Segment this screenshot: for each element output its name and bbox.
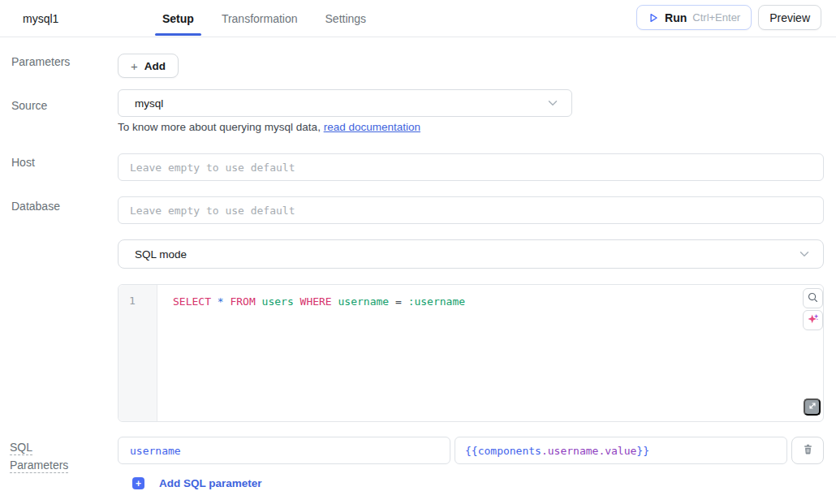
label-host: Host: [11, 156, 35, 169]
editor-gutter: 1: [119, 285, 157, 421]
add-sql-parameter-label: Add SQL parameter: [159, 477, 262, 489]
label-sql-parameters-line1: SQL: [10, 441, 32, 454]
label-source: Source: [11, 99, 47, 112]
source-help-prefix: To know more about querying mysql data,: [118, 121, 324, 133]
sql-token-operator: =: [395, 295, 408, 308]
source-selected-value: mysql: [135, 97, 163, 110]
run-button[interactable]: Run Ctrl+Enter: [636, 5, 752, 30]
sql-token-keyword: SELECT: [173, 295, 218, 308]
sql-code-line[interactable]: SELECT * FROM users WHERE username = :us…: [173, 295, 465, 309]
plus-icon: +: [132, 477, 144, 489]
editor-ai-sparkle-button[interactable]: [803, 310, 823, 330]
play-icon: [648, 12, 659, 24]
sql-token-identifier: :username: [408, 295, 465, 308]
read-documentation-link[interactable]: read documentation: [324, 121, 420, 133]
sql-token-identifier: users: [262, 295, 300, 308]
expand-icon: [808, 401, 817, 413]
delete-parameter-button[interactable]: [791, 437, 824, 464]
add-parameter-button[interactable]: + Add: [118, 54, 179, 78]
sql-mode-selected-value: SQL mode: [135, 248, 187, 261]
sql-token-keyword: FROM: [230, 295, 261, 308]
header: mysql1 Setup Transformation Settings Run…: [0, 0, 836, 37]
sql-token-star: *: [218, 295, 231, 308]
run-shortcut: Ctrl+Enter: [692, 11, 740, 24]
line-number: 1: [129, 295, 136, 307]
run-label: Run: [665, 11, 687, 24]
database-input[interactable]: [118, 196, 824, 224]
sql-token-keyword: WHERE: [300, 295, 338, 308]
add-sql-parameter-button[interactable]: + Add SQL parameter: [132, 477, 262, 489]
query-editor-panel: mysql1 Setup Transformation Settings Run…: [0, 0, 836, 504]
tab-transformation[interactable]: Transformation: [218, 0, 301, 37]
label-database: Database: [11, 200, 60, 213]
template-brace: {{: [465, 445, 478, 457]
query-title: mysql1: [23, 0, 58, 37]
host-input[interactable]: [118, 153, 824, 181]
tab-settings[interactable]: Settings: [322, 0, 370, 37]
trash-icon: [802, 443, 814, 458]
search-icon: [807, 291, 819, 306]
sparkle-icon: [807, 312, 820, 328]
add-parameter-label: Add: [144, 60, 166, 72]
source-help-text: To know more about querying mysql data, …: [118, 121, 420, 133]
source-select[interactable]: mysql: [118, 89, 572, 117]
param-name-input[interactable]: [118, 437, 450, 464]
chevron-down-icon: [797, 247, 812, 261]
template-object: components: [478, 445, 541, 457]
editor-search-button[interactable]: [803, 288, 823, 308]
tab-setup[interactable]: Setup: [159, 0, 197, 37]
chevron-down-icon: [545, 96, 560, 110]
template-brace: }}: [636, 445, 649, 457]
label-parameters: Parameters: [11, 55, 70, 68]
header-actions: Run Ctrl+Enter Preview: [636, 5, 821, 30]
template-property: .username.value: [541, 445, 636, 457]
preview-button[interactable]: Preview: [758, 5, 821, 30]
editor-expand-button[interactable]: [804, 398, 821, 416]
plus-icon: +: [131, 59, 138, 73]
tab-bar: Setup Transformation Settings: [159, 0, 369, 37]
label-sql-parameters: SQL Parameters: [10, 438, 75, 474]
sql-token-identifier: username: [338, 295, 395, 308]
sql-code-editor[interactable]: 1 SELECT * FROM users WHERE username = :…: [118, 284, 824, 422]
label-sql-parameters-line2: Parameters: [10, 459, 68, 472]
sql-mode-select[interactable]: SQL mode: [118, 239, 824, 269]
param-value-input[interactable]: {{components.username.value}}: [455, 437, 787, 464]
